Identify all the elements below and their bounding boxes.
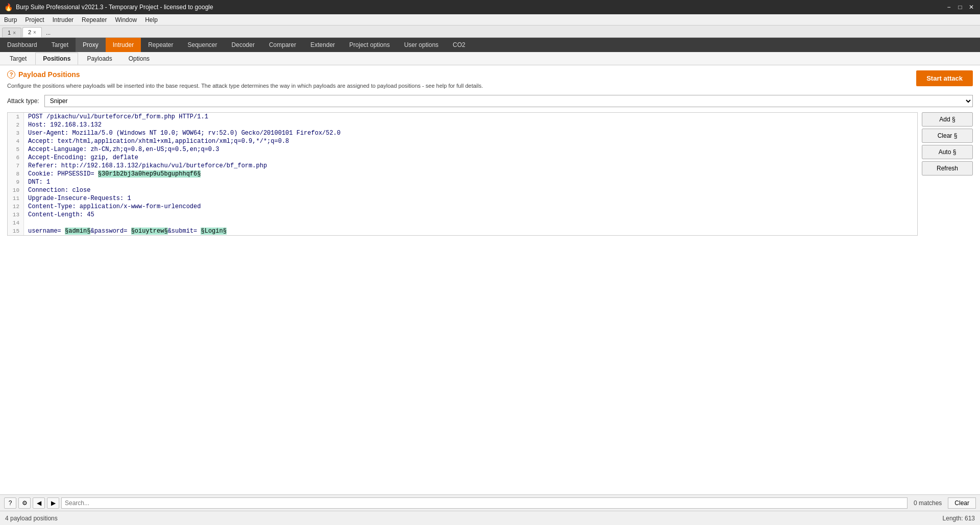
tab-2[interactable]: 2 × xyxy=(22,27,42,37)
sub-tab-options[interactable]: Options xyxy=(121,53,157,65)
clear-payload-button[interactable]: Clear § xyxy=(922,129,973,143)
close-button[interactable]: ✕ xyxy=(967,3,976,12)
settings-bottom-icon[interactable]: ⚙ xyxy=(18,497,31,509)
help-icon[interactable]: ? xyxy=(7,70,15,79)
help-bottom-icon[interactable]: ? xyxy=(4,497,16,509)
tab-1[interactable]: 1 × xyxy=(2,28,21,37)
table-row: 13 Content-Length: 45 xyxy=(8,211,917,219)
editor-row: 1 POST /pikachu/vul/burteforce/bf_form.p… xyxy=(7,112,973,236)
nav-repeater[interactable]: Repeater xyxy=(141,38,180,52)
tab-2-close[interactable]: × xyxy=(33,30,36,35)
attack-type-row: Attack type: Sniper Battering ram Pitchf… xyxy=(7,95,973,107)
menu-item-burp[interactable]: Burp xyxy=(0,14,21,25)
attack-type-label: Attack type: xyxy=(7,97,39,105)
footer-bar: 4 payload positions Length: 613 xyxy=(0,511,980,525)
menu-item-intruder[interactable]: Intruder xyxy=(48,14,78,25)
nav-user-options[interactable]: User options xyxy=(397,38,446,52)
table-row: 5 Accept-Language: zh-CN,zh;q=0.8,en-US;… xyxy=(8,145,917,154)
payload-highlight: §admin§ xyxy=(65,228,90,235)
table-row: 3 User-Agent: Mozilla/5.0 (Windows NT 10… xyxy=(8,129,917,137)
nav-extender[interactable]: Extender xyxy=(303,38,342,52)
payload-highlight: §30r1b2bj3a0hep9u5bguphhqf6§ xyxy=(98,170,201,178)
sub-tab-payloads[interactable]: Payloads xyxy=(79,53,119,65)
nav-decoder[interactable]: Decoder xyxy=(225,38,262,52)
bottom-search-bar: ? ⚙ ◀ ▶ 0 matches Clear xyxy=(0,494,980,511)
content-area: Start attack ? Payload Positions Configu… xyxy=(0,65,980,494)
forward-button[interactable]: ▶ xyxy=(47,497,59,509)
table-row: 12 Content-Type: application/x-www-form-… xyxy=(8,203,917,211)
nav-bar: Dashboard Target Proxy Intruder Repeater… xyxy=(0,38,980,52)
nav-dashboard[interactable]: Dashboard xyxy=(0,38,44,52)
app-icon: 🔥 xyxy=(4,3,13,11)
sub-tab-positions[interactable]: Positions xyxy=(35,53,78,65)
table-row: 9 DNT: 1 xyxy=(8,178,917,186)
nav-project-options[interactable]: Project options xyxy=(342,38,397,52)
matches-label: 0 matches xyxy=(910,499,946,507)
menu-item-help[interactable]: Help xyxy=(141,14,162,25)
request-editor[interactable]: 1 POST /pikachu/vul/burteforce/bf_form.p… xyxy=(7,112,918,236)
table-row: 6 Accept-Encoding: gzip, deflate xyxy=(8,154,917,162)
nav-proxy[interactable]: Proxy xyxy=(76,38,106,52)
nav-intruder[interactable]: Intruder xyxy=(106,38,141,52)
nav-target[interactable]: Target xyxy=(44,38,76,52)
table-row: 2 Host: 192.168.13.132 xyxy=(8,121,917,129)
tab-1-label: 1 xyxy=(8,30,11,36)
nav-sequencer[interactable]: Sequencer xyxy=(181,38,225,52)
section-title-row: ? Payload Positions xyxy=(7,70,973,79)
description-text: Configure the positions where payloads w… xyxy=(7,83,973,89)
table-row: 8 Cookie: PHPSESSID= §30r1b2bj3a0hep9u5b… xyxy=(8,170,917,178)
menu-item-window[interactable]: Window xyxy=(111,14,141,25)
tab-2-label: 2 xyxy=(28,29,31,35)
menu-item-repeater[interactable]: Repeater xyxy=(78,14,111,25)
restore-button[interactable]: □ xyxy=(955,3,965,12)
nav-comparer[interactable]: Comparer xyxy=(262,38,303,52)
tab-more[interactable]: ... xyxy=(43,28,54,37)
table-row: 10 Connection: close xyxy=(8,186,917,194)
table-row: 15 username= §admin§&password= §oiuytrew… xyxy=(8,227,917,235)
attack-type-select[interactable]: Sniper Battering ram Pitchfork Cluster b… xyxy=(44,95,973,107)
clear-search-button[interactable]: Clear xyxy=(948,497,976,509)
start-attack-button[interactable]: Start attack xyxy=(916,70,973,86)
tab-bar: 1 × 2 × ... xyxy=(0,26,980,38)
table-row: 7 Referer: http://192.168.13.132/pikachu… xyxy=(8,162,917,170)
sub-tab-target[interactable]: Target xyxy=(2,53,34,65)
auto-payload-button[interactable]: Auto § xyxy=(922,145,973,159)
search-input[interactable] xyxy=(61,497,908,509)
section-title-text: Payload Positions xyxy=(18,70,80,79)
nav-co2[interactable]: CO2 xyxy=(446,38,473,52)
window-controls: − □ ✕ xyxy=(944,3,976,12)
menu-bar: Burp Project Intruder Repeater Window He… xyxy=(0,14,980,26)
refresh-button[interactable]: Refresh xyxy=(922,161,973,176)
tab-1-close[interactable]: × xyxy=(13,30,16,36)
minimize-button[interactable]: − xyxy=(944,3,953,12)
table-row: 4 Accept: text/html,application/xhtml+xm… xyxy=(8,137,917,145)
main-wrapper: Start attack ? Payload Positions Configu… xyxy=(0,65,980,525)
menu-item-project[interactable]: Project xyxy=(21,14,48,25)
payload-positions-count: 4 payload positions xyxy=(5,515,58,522)
right-buttons: Add § Clear § Auto § Refresh xyxy=(922,112,973,236)
payload-highlight: §oiuytrew§ xyxy=(131,228,168,235)
title-bar: 🔥 Burp Suite Professional v2021.3 - Temp… xyxy=(0,0,980,14)
window-title: Burp Suite Professional v2021.3 - Tempor… xyxy=(16,4,944,11)
sub-tab-bar: Target Positions Payloads Options xyxy=(0,52,980,65)
back-button[interactable]: ◀ xyxy=(33,497,45,509)
table-row: 1 POST /pikachu/vul/burteforce/bf_form.p… xyxy=(8,113,917,121)
payload-highlight: §Login§ xyxy=(201,228,226,235)
table-row: 14 xyxy=(8,219,917,227)
table-row: 11 Upgrade-Insecure-Requests: 1 xyxy=(8,194,917,203)
length-info: Length: 613 xyxy=(943,515,975,522)
add-payload-button[interactable]: Add § xyxy=(922,112,973,127)
